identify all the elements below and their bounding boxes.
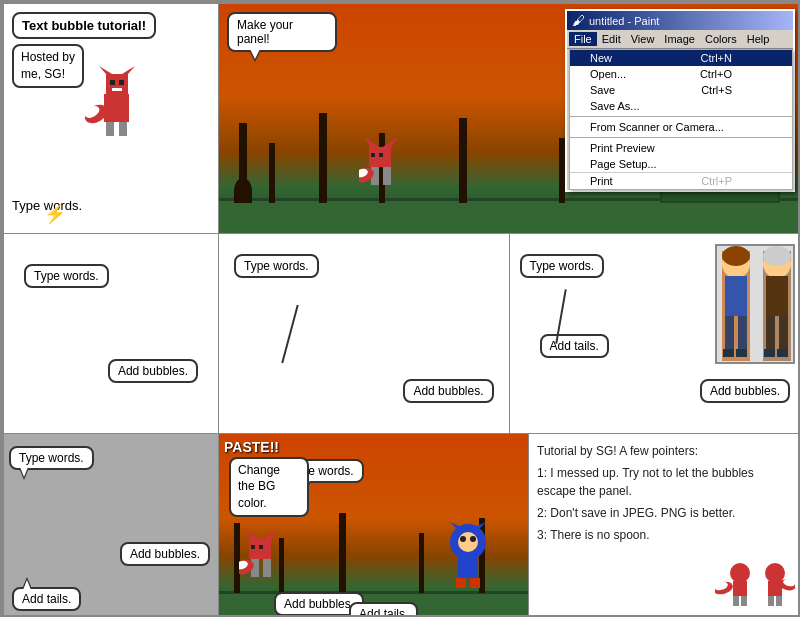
cell-mid-left: Type words. Add bubbles. <box>4 234 219 433</box>
svg-rect-49 <box>259 545 263 549</box>
svg-rect-26 <box>383 167 391 185</box>
type-words-bubble-bl: Type words. <box>9 446 94 470</box>
svg-rect-59 <box>456 578 466 588</box>
svg-point-55 <box>458 532 478 552</box>
hosted-bubble: Hosted by me, SG! <box>12 44 84 88</box>
svg-rect-23 <box>371 153 375 157</box>
svg-rect-6 <box>112 88 122 91</box>
final-line-2: 1: I messed up. Try not to let the bubbl… <box>537 464 792 500</box>
svg-rect-72 <box>776 596 782 606</box>
svg-rect-35 <box>723 349 734 357</box>
paint-menu-open[interactable]: Open...Ctrl+O <box>570 66 792 82</box>
svg-rect-58 <box>458 558 478 578</box>
sprites-br <box>715 553 795 616</box>
svg-rect-32 <box>725 276 747 316</box>
cell-mid-right: Type words. Add bubbles. Type words. Add… <box>219 234 800 433</box>
svg-marker-21 <box>381 137 398 148</box>
paint-menu-print-preview[interactable]: Print Preview <box>570 140 792 156</box>
final-line-4: 3: There is no spoon. <box>537 526 792 544</box>
paint-menu-print[interactable]: PrintCtrl+P <box>570 172 792 189</box>
paint-menu-view[interactable]: View <box>626 32 660 46</box>
small-char-tl: ⚡ <box>44 203 66 225</box>
svg-rect-64 <box>733 581 747 596</box>
svg-rect-41 <box>766 316 775 351</box>
add-tails-bubble-smr: Add tails. <box>540 334 609 358</box>
add-bubbles-label-sml: Add bubbles. <box>403 379 493 403</box>
fox-character-scene <box>359 133 414 201</box>
paint-dropdown: NewCtrl+N Open...Ctrl+O SaveCtrl+S Save … <box>569 49 793 190</box>
svg-rect-48 <box>251 545 255 549</box>
svg-rect-40 <box>766 276 788 316</box>
title-bubble: Text bubble tutorial! <box>12 12 156 39</box>
make-panel-bubble: Make your panel! <box>227 12 337 52</box>
cell-top-right: Make your panel! 🖌 untitled - Paint File… <box>219 4 800 233</box>
svg-rect-24 <box>379 153 383 157</box>
paint-menu-page-setup[interactable]: Page Setup... <box>570 156 792 172</box>
paint-menu-edit[interactable]: Edit <box>597 32 626 46</box>
svg-point-39 <box>763 246 791 266</box>
final-line-1: Tutorial by SG! A few pointers: <box>537 442 792 460</box>
cell-bottom-right: Change the BG color. Tutorial by SG! A f… <box>529 434 800 617</box>
add-bubbles-label-ml: Add bubbles. <box>108 359 198 383</box>
svg-rect-44 <box>777 349 788 357</box>
paint-menubar: File Edit View Image Colors Help <box>567 30 793 49</box>
type-words-bubble-sml: Type words. <box>234 254 319 278</box>
svg-rect-65 <box>733 596 739 606</box>
svg-marker-46 <box>261 529 278 540</box>
svg-rect-8 <box>119 122 127 136</box>
svg-rect-43 <box>764 349 775 357</box>
paint-menu-save[interactable]: SaveCtrl+S <box>570 82 792 98</box>
svg-point-63 <box>730 563 750 583</box>
svg-rect-5 <box>119 80 124 85</box>
final-line-3: 2: Don't save in JPEG. PNG is better. <box>537 504 792 522</box>
svg-point-31 <box>722 246 750 266</box>
svg-rect-4 <box>110 80 115 85</box>
paint-title: untitled - Paint <box>589 15 659 27</box>
svg-point-56 <box>460 536 466 542</box>
add-tails-label-bm: Add tails. <box>349 602 418 617</box>
svg-rect-33 <box>725 316 734 351</box>
fox-character-1 <box>84 64 154 147</box>
svg-rect-7 <box>106 122 114 136</box>
svg-rect-1 <box>106 74 128 96</box>
fox-char-bm <box>239 525 294 593</box>
change-bg-bubble-overlay: Change the BG color. <box>229 457 309 517</box>
paint-titlebar: 🖌 untitled - Paint <box>567 11 793 30</box>
paint-menu-scanner[interactable]: From Scanner or Camera... <box>570 119 792 135</box>
paint-window: 🖌 untitled - Paint File Edit View Image … <box>565 9 795 192</box>
add-tails-label-bl: Add tails. <box>12 587 81 611</box>
paint-menu-colors[interactable]: Colors <box>700 32 742 46</box>
svg-rect-34 <box>738 316 747 351</box>
cell-bottom-left: Type words. Add bubbles. Add tails. <box>4 434 219 617</box>
type-words-bubble-ml: Type words. <box>24 264 109 288</box>
paint-menu-saveas[interactable]: Save As... <box>570 98 792 114</box>
paint-menu-file[interactable]: File <box>569 32 597 46</box>
type-words-bubble-smr: Type words. <box>520 254 605 278</box>
svg-rect-42 <box>779 316 788 351</box>
svg-point-57 <box>470 536 476 542</box>
sub-panel-mid-left: Type words. Add bubbles. <box>219 234 510 433</box>
svg-rect-36 <box>736 349 747 357</box>
sub-panel-mid-right: Type words. Add tails. Add bubbles. <box>510 234 801 433</box>
final-text: Tutorial by SG! A few pointers: 1: I mes… <box>537 442 792 544</box>
add-bubbles-label-smr: Add bubbles. <box>700 379 790 403</box>
add-bubbles-label-bl: Add bubbles. <box>120 542 210 566</box>
svg-rect-0 <box>104 94 129 122</box>
svg-marker-2 <box>99 66 112 74</box>
svg-marker-20 <box>364 137 381 148</box>
svg-rect-60 <box>470 578 480 588</box>
sprite-panel-smr <box>715 244 795 364</box>
paint-menu-new[interactable]: NewCtrl+N <box>570 50 792 66</box>
svg-rect-66 <box>741 596 747 606</box>
svg-marker-45 <box>244 529 261 540</box>
svg-rect-71 <box>768 596 774 606</box>
svg-marker-3 <box>122 66 135 74</box>
paste-label: PASTE!! <box>224 439 279 455</box>
paint-menu-help[interactable]: Help <box>742 32 775 46</box>
cell-top-left: Text bubble tutorial! Hosted by me, SG! <box>4 4 219 233</box>
svg-rect-51 <box>263 559 271 577</box>
sonic-char-bm <box>438 520 498 593</box>
paint-menu-image[interactable]: Image <box>659 32 700 46</box>
